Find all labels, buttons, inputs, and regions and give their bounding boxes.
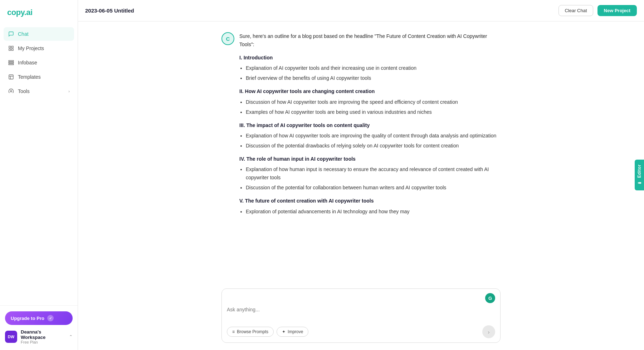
my-projects-icon (8, 45, 14, 52)
section-4-list: Explanation of how human input is necess… (246, 165, 501, 192)
sidebar-bottom: Upgrade to Pro ✓ DW Deanna's Workspace F… (0, 305, 78, 350)
sparkle-icon: ✦ (282, 329, 286, 334)
avatar: DW (5, 331, 17, 343)
send-button[interactable]: › (482, 325, 495, 338)
svg-rect-3 (9, 49, 11, 50)
logo: copy.ai (7, 8, 33, 17)
sidebar-item-chat[interactable]: Chat (4, 27, 74, 41)
header: 2023-06-05 Untitled Clear Chat New Proje… (78, 0, 644, 21)
svg-rect-5 (9, 62, 13, 63)
tools-icon (8, 88, 14, 94)
svg-point-10 (10, 91, 12, 92)
workspace-chevron-icon: ⌃ (69, 334, 73, 339)
svg-rect-6 (9, 64, 13, 65)
sidebar-item-chat-label: Chat (18, 31, 29, 37)
input-actions: ≡ Browse Prompts ✦ Improve (227, 327, 308, 337)
nav-items: Chat My Projects Infobase (0, 24, 78, 305)
message-intro: Sure, here's an outline for a blog post … (239, 32, 501, 49)
message-body: Sure, here's an outline for a blog post … (239, 32, 501, 218)
sidebar-item-tools-label: Tools (18, 88, 30, 94)
browse-prompts-label: Browse Prompts (237, 329, 268, 334)
section-5-heading: V. The future of content creation with A… (239, 197, 501, 205)
svg-rect-1 (11, 46, 13, 48)
browse-icon: ≡ (232, 329, 235, 334)
list-item: Explanation of AI copywriter tools and t… (246, 64, 501, 72)
workspace-name: Deanna's Workspace (21, 329, 65, 340)
send-icon: › (488, 329, 490, 335)
section-3-list: Explanation of how AI copywriter tools a… (246, 132, 501, 150)
check-badge-icon: ✓ (47, 315, 54, 321)
improve-button[interactable]: ✦ Improve (277, 327, 308, 337)
input-top: G (227, 293, 495, 303)
list-item: Discussion of how AI copywriter tools ar… (246, 98, 501, 106)
ai-message: C Sure, here's an outline for a blog pos… (221, 32, 501, 218)
pencil-icon: ✏ (637, 180, 642, 186)
upgrade-label: Upgrade to Pro (11, 316, 44, 321)
upgrade-to-pro-button[interactable]: Upgrade to Pro ✓ (5, 311, 73, 325)
svg-rect-4 (9, 60, 13, 62)
input-area: G ≡ Browse Prompts ✦ Improve › (78, 283, 644, 350)
browse-prompts-button[interactable]: ≡ Browse Prompts (227, 327, 274, 337)
list-item: Discussion of the potential for collabor… (246, 184, 501, 192)
section-2-list: Discussion of how AI copywriter tools ar… (246, 98, 501, 116)
list-item: Discussion of the potential drawbacks of… (246, 142, 501, 150)
logo-area: copy.ai (0, 0, 78, 24)
svg-rect-2 (11, 49, 13, 50)
section-3-heading: III. The impact of AI copywriter tools o… (239, 121, 501, 130)
input-bottom: ≡ Browse Prompts ✦ Improve › (227, 325, 495, 338)
templates-icon (8, 74, 14, 80)
chat-icon (8, 31, 14, 37)
grammarly-icon: G (485, 293, 495, 303)
sidebar-item-infobase-label: Infobase (18, 60, 37, 65)
list-item: Explanation of how AI copywriter tools a… (246, 132, 501, 140)
infobase-icon (8, 59, 14, 66)
editor-tab-label: Editor (637, 165, 642, 178)
clear-chat-button[interactable]: Clear Chat (558, 5, 593, 16)
chat-input-container: G ≡ Browse Prompts ✦ Improve › (221, 288, 501, 343)
workspace-info: Deanna's Workspace Free Plan (21, 329, 65, 344)
new-project-button[interactable]: New Project (597, 5, 637, 16)
workspace-row[interactable]: DW Deanna's Workspace Free Plan ⌃ (5, 329, 73, 344)
svg-rect-7 (9, 75, 13, 79)
sidebar-item-tools[interactable]: Tools › (4, 84, 74, 98)
section-1-heading: I. Introduction (239, 54, 501, 62)
sidebar-item-templates[interactable]: Templates (4, 70, 74, 84)
list-item: Examples of how AI copywriter tools are … (246, 108, 501, 116)
workspace-plan: Free Plan (21, 340, 65, 344)
tools-chevron-icon: › (68, 89, 70, 93)
svg-rect-0 (9, 46, 11, 48)
list-item: Brief overview of the benefits of using … (246, 74, 501, 82)
chat-input[interactable] (227, 306, 495, 321)
chat-area: C Sure, here's an outline for a blog pos… (78, 21, 644, 283)
sidebar-item-infobase[interactable]: Infobase (4, 56, 74, 69)
improve-label: Improve (288, 329, 303, 334)
ai-avatar: C (221, 32, 234, 45)
page-title: 2023-06-05 Untitled (85, 8, 554, 14)
sidebar-item-my-projects[interactable]: My Projects (4, 42, 74, 55)
sidebar: copy.ai Chat My Projects (0, 0, 78, 350)
sidebar-item-my-projects-label: My Projects (18, 45, 44, 51)
list-item: Explanation of how human input is necess… (246, 165, 501, 182)
main-content: 2023-06-05 Untitled Clear Chat New Proje… (78, 0, 644, 350)
list-item: Exploration of potential advancements in… (246, 208, 501, 216)
sidebar-item-templates-label: Templates (18, 74, 41, 80)
section-2-heading: II. How AI copywriter tools are changing… (239, 87, 501, 96)
section-1-list: Explanation of AI copywriter tools and t… (246, 64, 501, 82)
section-5-list: Exploration of potential advancements in… (246, 208, 501, 216)
section-4-heading: IV. The role of human input in AI copywr… (239, 155, 501, 163)
editor-tab[interactable]: ✏ Editor (635, 160, 644, 190)
